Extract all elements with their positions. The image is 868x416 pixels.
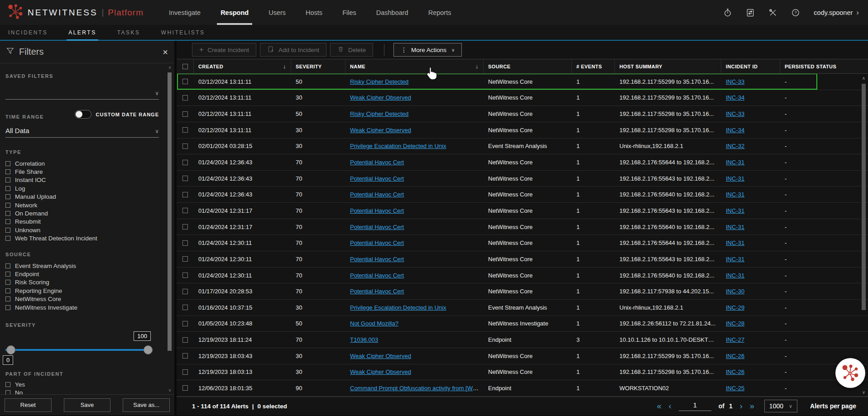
incident-id-link[interactable]: INC-33	[726, 78, 744, 85]
incident-id-link[interactable]: INC-34	[726, 127, 744, 134]
alert-name-link[interactable]: Potential Havoc Cert	[350, 239, 404, 246]
row-checkbox[interactable]	[182, 224, 188, 230]
tab-tasks[interactable]: TASKS	[115, 25, 142, 40]
alert-name-link[interactable]: Not Good Mozilla?	[350, 320, 398, 327]
nav-item-respond[interactable]: Respond	[221, 0, 249, 25]
table-row[interactable]: 01/24/2024 12:30:11 70 Potential Havoc C…	[177, 251, 868, 268]
alert-name-link[interactable]: Risky Cipher Detected	[350, 78, 408, 85]
table-row[interactable]: 12/06/2023 18:01:35 90 Command Prompt Ob…	[177, 380, 868, 397]
checkbox[interactable]	[5, 161, 10, 166]
checkbox[interactable]	[5, 169, 10, 174]
checkbox-option[interactable]: Yes	[5, 380, 159, 388]
table-row[interactable]: 12/19/2023 18:03:43 30 Weak Cipher Obser…	[177, 348, 868, 364]
checkbox[interactable]	[5, 288, 10, 293]
checkbox-option[interactable]: On Demand	[5, 209, 159, 217]
incident-id-link[interactable]: INC-34	[726, 94, 744, 101]
row-checkbox[interactable]	[182, 192, 188, 197]
checkbox-option[interactable]: NetWitness Investigate	[5, 303, 159, 311]
incident-id-link[interactable]: INC-26	[726, 353, 744, 359]
alert-name-link[interactable]: Command Prompt Obfuscation activity from…	[350, 385, 484, 392]
severity-slider-handle-max[interactable]	[144, 345, 153, 354]
close-icon[interactable]: ×	[163, 48, 168, 57]
first-page-icon[interactable]: «	[657, 402, 662, 410]
severity-slider[interactable]	[5, 345, 153, 355]
checkbox-option[interactable]: Event Stream Analysis	[5, 262, 159, 270]
alert-name-link[interactable]: Potential Havoc Cert	[350, 224, 404, 230]
checkbox[interactable]	[5, 194, 10, 199]
row-checkbox[interactable]	[182, 79, 188, 84]
incident-id-link[interactable]: INC-31	[726, 272, 744, 279]
alert-name-link[interactable]: Potential Havoc Cert	[350, 175, 404, 182]
checkbox[interactable]	[5, 236, 10, 241]
incident-id-link[interactable]: INC-32	[726, 143, 744, 149]
saved-filters-select[interactable]: ∨	[5, 81, 159, 100]
checkbox[interactable]	[5, 203, 10, 208]
nav-item-dashboard[interactable]: Dashboard	[376, 0, 408, 25]
table-row[interactable]: 01/05/2024 10:23:48 50 Not Good Mozilla?…	[177, 316, 868, 332]
table-row[interactable]: 01/16/2024 10:37:15 30 Privilege Escalat…	[177, 300, 868, 316]
column-header-severity[interactable]: SEVERITY	[291, 59, 345, 73]
column-header-created[interactable]: CREATED ↓	[194, 59, 291, 73]
table-row[interactable]: 01/17/2024 20:28:53 70 Potential Havoc C…	[177, 283, 868, 300]
nav-item-investigate[interactable]: Investigate	[169, 0, 201, 25]
alert-name-link[interactable]: Weak Cipher Observed	[350, 353, 411, 359]
row-checkbox[interactable]	[182, 337, 188, 343]
alert-name-link[interactable]: Potential Havoc Cert	[350, 272, 404, 279]
add-to-incident-button[interactable]: Add to Incident	[260, 43, 326, 57]
table-row[interactable]: 02/01/2024 03:28:15 30 Privilege Escalat…	[177, 139, 868, 155]
column-header-incident-id[interactable]: INCIDENT ID	[721, 59, 780, 73]
last-page-icon[interactable]: »	[750, 402, 754, 410]
table-row[interactable]: 01/24/2024 12:30:11 70 Potential Havoc C…	[177, 268, 868, 284]
incident-id-link[interactable]: INC-31	[726, 239, 744, 246]
table-row[interactable]: 01/24/2024 12:36:43 70 Potential Havoc C…	[177, 154, 868, 171]
checkbox-option[interactable]: Log	[5, 184, 159, 192]
checkbox[interactable]	[5, 228, 10, 233]
checkbox-option[interactable]: Manual Upload	[5, 193, 159, 201]
checkbox-option[interactable]: Network	[5, 201, 159, 209]
incident-id-link[interactable]: INC-27	[726, 336, 744, 343]
row-checkbox[interactable]	[182, 273, 188, 278]
checkbox-option[interactable]: No	[5, 389, 159, 394]
alert-name-link[interactable]: Risky Cipher Detected	[350, 110, 408, 117]
table-row[interactable]: 02/12/2024 13:11:11 50 Risky Cipher Dete…	[177, 106, 868, 122]
incident-id-link[interactable]: INC-31	[726, 207, 744, 214]
reset-button[interactable]: Reset	[5, 398, 52, 412]
checkbox-option[interactable]: Unknown	[5, 226, 159, 234]
checkbox[interactable]	[5, 186, 10, 191]
checkbox[interactable]	[5, 263, 10, 268]
row-checkbox[interactable]	[182, 240, 188, 246]
checkbox-option[interactable]: Endpoint	[5, 270, 159, 278]
checkbox[interactable]	[5, 305, 10, 310]
table-row[interactable]: 01/24/2024 12:30:11 70 Potential Havoc C…	[177, 235, 868, 251]
column-header-events[interactable]: # EVENTS	[572, 59, 615, 73]
tab-alerts[interactable]: ALERTS	[67, 25, 98, 40]
checkbox-option[interactable]: File Share	[5, 167, 159, 176]
checkbox-option[interactable]: Web Threat Detection Incident	[5, 234, 159, 243]
jobs-icon[interactable]	[746, 8, 755, 17]
filters-scrollbar-thumb[interactable]	[168, 72, 172, 351]
page-number-input[interactable]: 1	[679, 402, 711, 411]
save-button[interactable]: Save	[64, 398, 111, 412]
row-checkbox[interactable]	[182, 305, 188, 310]
table-row[interactable]: 12/19/2023 18:11:24 70 T1036.003 Endpoin…	[177, 332, 868, 348]
brand[interactable]: NETWITNESS | Platform	[7, 0, 144, 25]
nav-item-files[interactable]: Files	[342, 0, 356, 25]
time-range-select[interactable]: All Data ∨	[5, 120, 159, 138]
table-row[interactable]: 02/12/2024 13:11:11 30 Weak Cipher Obser…	[177, 90, 868, 106]
table-row[interactable]: 02/12/2024 13:11:11 30 Weak Cipher Obser…	[177, 122, 868, 139]
severity-slider-track[interactable]	[5, 349, 153, 351]
incident-id-link[interactable]: INC-31	[726, 175, 744, 182]
incident-id-link[interactable]: INC-28	[726, 320, 744, 327]
checkbox[interactable]	[5, 211, 10, 216]
table-scrollbar-thumb[interactable]	[862, 84, 866, 310]
column-header-host-summary[interactable]: HOST SUMMARY	[615, 59, 721, 73]
column-header-source[interactable]: SOURCE	[484, 59, 572, 73]
checkbox-option[interactable]: Instant IOC	[5, 176, 159, 184]
table-row[interactable]: 02/12/2024 13:11:11 50 Risky Cipher Dete…	[177, 74, 868, 90]
alert-name-link[interactable]: Potential Havoc Cert	[350, 256, 404, 263]
alert-name-link[interactable]: Privilege Escalation Detected in Unix	[350, 304, 446, 311]
row-checkbox[interactable]	[182, 208, 188, 213]
user-menu[interactable]: cody.spooner ›	[814, 8, 859, 17]
checkbox[interactable]	[5, 280, 10, 285]
prev-page-icon[interactable]: ‹	[669, 402, 671, 410]
